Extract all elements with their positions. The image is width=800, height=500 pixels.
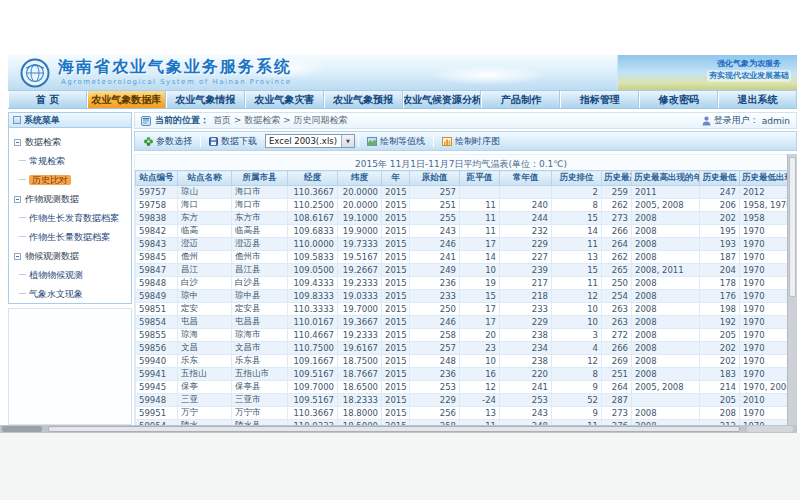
nav-item-1[interactable]: 首 页 — [8, 91, 87, 108]
table-cell: 109.5167 — [288, 368, 338, 381]
table-cell: 15 — [552, 264, 602, 277]
table-cell: 243 — [410, 225, 460, 238]
chevron-down-icon[interactable]: ▼ — [341, 135, 354, 147]
tree-item[interactable]: 作物生长量数据档案 — [12, 228, 128, 247]
horizontal-scrollbar-endcap[interactable] — [2, 426, 42, 432]
table-cell: 东方 — [178, 212, 232, 225]
table-cell: 1958 — [740, 212, 788, 225]
column-header: 原始值 — [410, 171, 460, 186]
table-cell: 2015 — [382, 394, 410, 407]
table-cell: 1970 — [740, 303, 788, 316]
table-cell: 263 — [602, 316, 632, 329]
table-row: 59851定安定安县110.333319.7000201525017233102… — [136, 303, 788, 316]
scrollbar-corner — [747, 426, 793, 432]
tree-section[interactable]: 作物观测数据 — [12, 190, 128, 209]
draw-contour-button[interactable]: 绘制等值线 — [362, 133, 430, 150]
tree-item[interactable]: 气象水文现象 — [12, 285, 128, 304]
table-cell: 20.0000 — [338, 186, 382, 199]
tree-item[interactable]: 作物生长发育数据档案 — [12, 209, 128, 228]
table-cell: 110.2500 — [288, 199, 338, 212]
table-row: 59856文昌文昌市110.750019.6167201525723234426… — [136, 342, 788, 355]
table-cell: 1970 — [740, 225, 788, 238]
sidebar: 系统菜单 数据检索常规检索历史比对作物观测数据作物生长发育数据档案作物生长量数据… — [8, 112, 132, 425]
table-cell: 287 — [602, 394, 632, 407]
tree-item[interactable]: 植物物候观测 — [12, 266, 128, 285]
nav-item-4[interactable]: 农业气象灾害 — [245, 91, 324, 108]
toolbar-divider — [200, 135, 201, 147]
column-header: 所属市县 — [232, 171, 288, 186]
table-cell: 2008, 2011 — [632, 264, 700, 277]
table-cell: 234 — [500, 342, 552, 355]
table-row: 59845儋州儋州市109.583319.5167201524114227132… — [136, 251, 788, 264]
nav-item-5[interactable]: 农业气象预报 — [324, 91, 403, 108]
vertical-scrollbar[interactable] — [787, 154, 797, 425]
toolbar: 参数选择 数据下载 Excel 2003(.xls) ▼ — [134, 131, 797, 151]
table-cell: 万宁 — [178, 407, 232, 420]
sidebar-header: 系统菜单 — [9, 113, 131, 128]
tree-section[interactable]: 数据检索 — [12, 133, 128, 152]
horizontal-scrollbar-thumb[interactable] — [48, 426, 740, 432]
table-cell: 2015 — [382, 251, 410, 264]
table-cell: 205 — [700, 394, 740, 407]
table-cell: 儋州 — [178, 251, 232, 264]
table-cell: 239 — [500, 264, 552, 277]
column-header: 历史最低 — [700, 171, 740, 186]
table-cell: 263 — [602, 303, 632, 316]
table-cell: 2 — [552, 186, 602, 199]
export-format-select[interactable]: Excel 2003(.xls) ▼ — [265, 134, 355, 148]
table-cell: 110.3333 — [288, 303, 338, 316]
column-header: 年 — [382, 171, 410, 186]
tree-item[interactable]: 常规检索 — [12, 152, 128, 171]
tree-item-selected[interactable]: 历史比对 — [12, 171, 128, 190]
table-cell: 59948 — [136, 394, 178, 407]
column-header: 历史最高 — [602, 171, 632, 186]
draw-timeseries-button[interactable]: 绘制时序图 — [437, 133, 505, 150]
table-cell: 232 — [500, 225, 552, 238]
breadcrumb-path[interactable]: 首页 > 数据检索 > 历史同期检索 — [213, 114, 348, 127]
toolbar-divider — [433, 135, 434, 147]
table-cell: 2008 — [632, 316, 700, 329]
app-title: 海南省农业气象业务服务系统 — [58, 57, 292, 78]
draw-timeseries-label: 绘制时序图 — [455, 135, 500, 148]
collapse-icon[interactable] — [14, 253, 21, 260]
table-cell: 266 — [602, 225, 632, 238]
table-cell: 244 — [500, 212, 552, 225]
data-download-button[interactable]: 数据下载 — [204, 133, 262, 150]
table-cell: 109.0500 — [288, 264, 338, 277]
nav-item-8[interactable]: 指标管理 — [560, 91, 639, 108]
nav-item-7[interactable]: 产品制作 — [481, 91, 560, 108]
table-cell: 14 — [460, 251, 500, 264]
tree-section[interactable]: 物候观测数据 — [12, 247, 128, 266]
table-cell: 17 — [460, 316, 500, 329]
table-cell: 251 — [410, 199, 460, 212]
table-cell: 2015 — [382, 316, 410, 329]
table-cell: 20 — [460, 329, 500, 342]
sidebar-menu-panel: 系统菜单 数据检索常规检索历史比对作物观测数据作物生长发育数据档案作物生长量数据… — [8, 112, 132, 304]
table-cell: 59855 — [136, 329, 178, 342]
table-cell: 250 — [602, 277, 632, 290]
table-cell: 256 — [410, 407, 460, 420]
nav-item-6[interactable]: 农业气候资源分析 — [403, 91, 482, 108]
timeseries-chart-icon — [442, 137, 452, 146]
nav-item-9[interactable]: 修改密码 — [639, 91, 718, 108]
table-cell: 乐东 — [178, 355, 232, 368]
table-cell: 琼山 — [178, 186, 232, 199]
nav-item-10[interactable]: 退出系统 — [718, 91, 797, 108]
table-cell: 19 — [460, 277, 500, 290]
nav-item-3[interactable]: 农业气象情报 — [166, 91, 245, 108]
collapse-icon[interactable] — [14, 196, 21, 203]
main-panel: 当前的位置： 首页 > 数据检索 > 历史同期检索 登录用户：admin — [134, 112, 797, 425]
vertical-scrollbar-thumb[interactable] — [789, 157, 796, 297]
nav-item-2[interactable]: 农业气象数据库 — [87, 91, 166, 108]
table-cell — [460, 186, 500, 199]
table-cell: 海口 — [178, 199, 232, 212]
table-cell: 11 — [460, 212, 500, 225]
horizontal-scrollbar[interactable] — [0, 425, 797, 433]
table-cell: 屯昌 — [178, 316, 232, 329]
user-icon — [702, 116, 711, 126]
collapse-icon[interactable] — [14, 139, 21, 146]
table-row: 59842临高临高县109.683319.9000201524311232142… — [136, 225, 788, 238]
param-select-button[interactable]: 参数选择 — [139, 133, 197, 150]
table-cell: 昌江县 — [232, 264, 288, 277]
table-cell: 11 — [552, 277, 602, 290]
